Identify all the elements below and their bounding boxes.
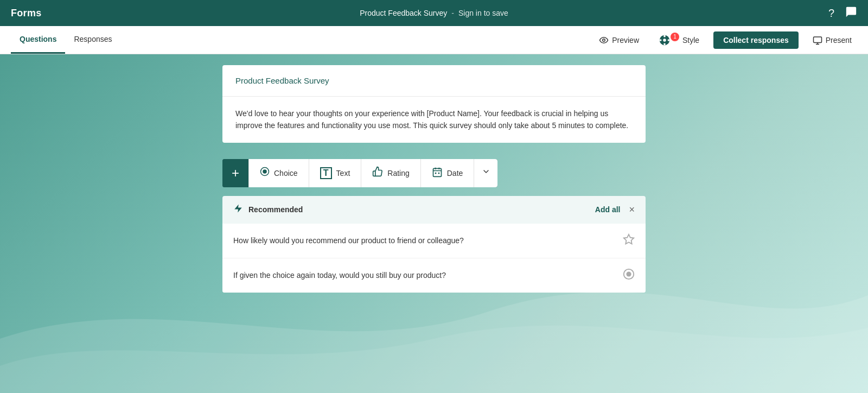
top-bar-right: ? <box>828 6 857 21</box>
lightning-icon <box>233 204 243 216</box>
tab-responses[interactable]: Responses <box>65 26 120 54</box>
form-title: Product Feedback Survey <box>235 76 633 85</box>
svg-rect-10 <box>433 168 441 176</box>
svg-point-0 <box>603 39 605 41</box>
rating-type-button[interactable]: Rating <box>361 159 420 187</box>
style-button[interactable]: 1 Style <box>653 31 705 49</box>
svg-point-14 <box>626 271 631 276</box>
preview-icon <box>599 35 609 45</box>
text-type-button[interactable]: T Text <box>309 159 361 187</box>
recommended-question-2[interactable]: If given the choice again today, would y… <box>222 258 646 293</box>
recommended-actions: Add all × <box>595 205 635 214</box>
tab-questions[interactable]: Questions <box>11 26 65 54</box>
recommended-header: Recommended Add all × <box>222 196 646 224</box>
radio-icon <box>623 268 635 283</box>
present-icon <box>813 35 822 45</box>
text-label: Text <box>336 169 350 178</box>
question-toolbar: + Choice T Text <box>222 159 497 187</box>
nav-right: Preview 1 Style Collect responses Presen… <box>593 31 857 49</box>
survey-title: Product Feedback Survey <box>360 9 447 17</box>
date-label: Date <box>447 169 463 178</box>
top-bar-center: Product Feedback Survey - Sign in to sav… <box>360 9 508 17</box>
recommended-title: Recommended <box>233 204 303 216</box>
more-types-button[interactable] <box>474 159 497 187</box>
svg-point-5 <box>660 39 662 41</box>
preview-button[interactable]: Preview <box>593 32 644 48</box>
date-icon <box>432 167 443 180</box>
form-description: We'd love to hear your thoughts on your … <box>235 107 633 132</box>
svg-rect-11 <box>435 173 437 174</box>
svg-point-3 <box>663 35 666 37</box>
chevron-down-icon <box>482 167 490 179</box>
main-content: Product Feedback Survey We'd love to hea… <box>0 54 868 393</box>
add-question-button[interactable]: + <box>222 159 248 187</box>
form-container: Product Feedback Survey We'd love to hea… <box>222 65 646 382</box>
svg-point-9 <box>263 170 267 174</box>
nav-bar: Questions Responses Preview 1 Style <box>0 26 868 54</box>
chat-icon[interactable] <box>845 6 857 21</box>
recommended-label: Recommended <box>248 205 303 214</box>
recommended-panel: Recommended Add all × How likely would y… <box>222 196 646 293</box>
add-icon: + <box>232 166 239 181</box>
present-button[interactable]: Present <box>807 32 857 48</box>
sign-in-link[interactable]: Sign in to save <box>458 9 508 17</box>
choice-type-button[interactable]: Choice <box>248 159 309 187</box>
date-type-button[interactable]: Date <box>420 159 474 187</box>
app-logo: Forms <box>11 8 42 19</box>
choice-label: Choice <box>274 169 298 178</box>
style-badge: 1 <box>671 33 679 41</box>
text-icon: T <box>320 167 332 179</box>
title-separator: - <box>451 9 454 17</box>
collect-responses-button[interactable]: Collect responses <box>713 31 799 49</box>
svg-point-4 <box>663 43 666 45</box>
choice-icon <box>260 167 270 179</box>
rating-label: Rating <box>387 169 409 178</box>
form-title-card[interactable]: Product Feedback Survey <box>222 65 646 97</box>
help-icon[interactable]: ? <box>828 7 834 20</box>
style-icon <box>659 34 671 46</box>
recommended-questions-list: How likely would you recommend our produ… <box>222 224 646 293</box>
svg-rect-12 <box>438 173 439 174</box>
top-bar: Forms Product Feedback Survey - Sign in … <box>0 0 868 26</box>
svg-point-6 <box>668 39 670 41</box>
svg-point-2 <box>663 39 666 42</box>
form-description-card[interactable]: We'd love to hear your thoughts on your … <box>222 97 646 143</box>
star-icon <box>623 233 635 248</box>
recommended-question-1[interactable]: How likely would you recommend our produ… <box>222 224 646 258</box>
rating-icon <box>372 166 383 180</box>
svg-rect-7 <box>813 37 821 43</box>
add-all-button[interactable]: Add all <box>595 205 621 214</box>
close-recommended-button[interactable]: × <box>629 205 635 214</box>
question-text-1: How likely would you recommend our produ… <box>233 236 464 245</box>
question-text-2: If given the choice again today, would y… <box>233 271 446 280</box>
nav-tabs: Questions Responses <box>11 26 121 54</box>
